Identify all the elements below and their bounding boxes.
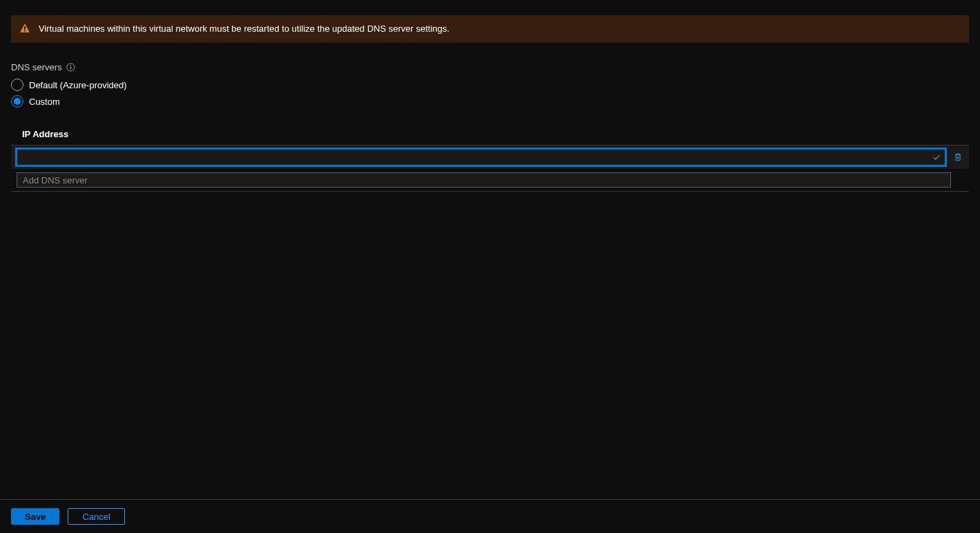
add-dns-row [11, 169, 969, 191]
cancel-button[interactable]: Cancel [68, 508, 124, 525]
content-area: Virtual machines within this virtual net… [0, 0, 980, 499]
ip-input-cell [17, 149, 945, 165]
info-icon[interactable] [66, 63, 75, 72]
radio-default-label: Default (Azure-provided) [29, 80, 127, 90]
svg-rect-0 [24, 26, 26, 30]
radio-default-azure[interactable]: Default (Azure-provided) [11, 77, 969, 93]
ip-address-row [11, 145, 969, 169]
svg-rect-1 [24, 30, 26, 32]
svg-rect-4 [70, 66, 71, 69]
delete-row-button[interactable] [950, 149, 966, 165]
warning-banner: Virtual machines within this virtual net… [11, 15, 969, 43]
add-dns-cell [17, 172, 951, 188]
dns-servers-panel: Virtual machines within this virtual net… [0, 0, 980, 533]
ip-address-input[interactable] [17, 149, 945, 165]
save-button[interactable]: Save [11, 508, 59, 525]
dns-servers-radio-group: Default (Azure-provided) Custom [11, 77, 969, 110]
add-dns-server-input[interactable] [17, 172, 951, 188]
ip-address-table [11, 145, 969, 192]
radio-custom[interactable]: Custom [11, 93, 969, 110]
warning-icon [19, 23, 30, 34]
radio-circle-icon [11, 79, 23, 91]
dns-servers-label-text: DNS servers [11, 62, 62, 72]
ip-address-section: IP Address [11, 129, 969, 192]
radio-circle-icon [11, 95, 23, 108]
footer-bar: Save Cancel [0, 499, 980, 533]
radio-custom-label: Custom [29, 97, 60, 107]
ip-address-column-header: IP Address [11, 129, 969, 145]
svg-rect-3 [70, 65, 71, 66]
warning-text: Virtual machines within this virtual net… [39, 23, 449, 34]
dns-servers-label: DNS servers [11, 62, 969, 72]
